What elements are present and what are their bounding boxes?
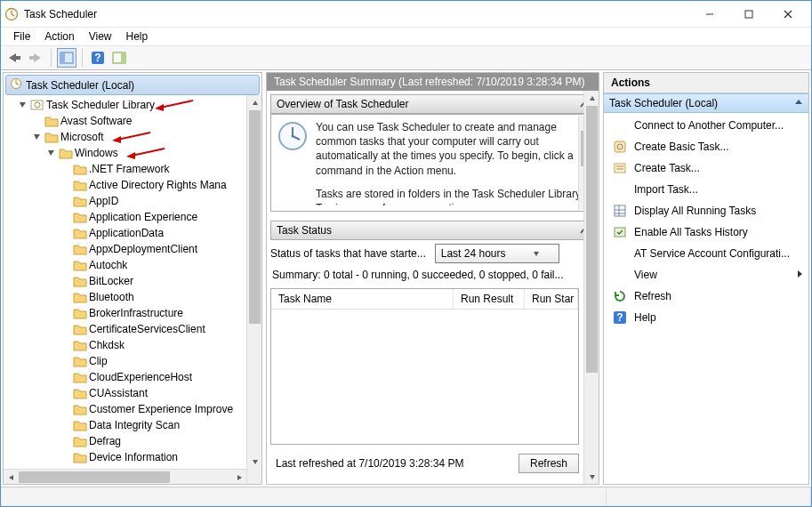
scroll-up-icon[interactable] [247,95,261,110]
overview-p2: Tasks are stored in folders in the Task … [316,187,589,205]
svg-rect-10 [60,52,65,63]
tree-node-label: Microsoft [60,131,104,143]
actions-list: Connect to Another Computer...Create Bas… [604,113,808,330]
status-period-combo[interactable]: Last 24 hours [435,244,559,263]
forward-button[interactable] [26,48,45,68]
menu-help[interactable]: Help [119,28,156,44]
action-item[interactable]: Display All Running Tasks [604,200,808,221]
tree-node-item[interactable]: Application Experience [60,209,246,225]
svg-rect-29 [615,164,625,173]
chevron-down-icon[interactable] [18,100,28,110]
tree-node-item[interactable]: CloudExperienceHost [60,369,246,385]
scroll-down-icon[interactable] [584,469,599,484]
tree-node-item[interactable]: Active Directory Rights Mana [60,177,246,193]
tree-body[interactable]: Task Scheduler Library Avast Software [4,95,261,484]
scroll-thumb[interactable] [249,110,261,324]
tree-node-item[interactable]: Chkdsk [60,337,246,353]
overview-group-header[interactable]: Overview of Task Scheduler [270,94,595,114]
menu-file[interactable]: File [6,28,37,44]
tree-node-item[interactable]: AppID [60,193,246,209]
menu-view[interactable]: View [82,28,119,44]
action-label: Create Basic Task... [634,141,729,153]
tree-node-avast[interactable]: Avast Software [32,113,246,129]
action-label: Connect to Another Computer... [634,119,784,132]
status-table[interactable]: Task Name Run Result Run Star [270,288,579,445]
actions-pane: Actions Task Scheduler (Local) Connect t… [603,72,809,485]
action-pane-button[interactable] [109,48,129,68]
action-item[interactable]: Connect to Another Computer... [604,115,808,136]
chevron-right-icon [796,269,803,281]
summary-pane: Task Scheduler Summary (Last refreshed: … [266,72,599,485]
tree-node-item[interactable]: CUAssistant [60,385,246,401]
maximize-button[interactable] [729,2,768,27]
tree-node-label: CUAssistant [89,387,148,399]
action-item[interactable]: View [604,264,808,286]
action-icon [613,161,627,175]
tree-node-item[interactable]: Customer Experience Improve [60,401,246,417]
col-task-name[interactable]: Task Name [271,289,454,309]
action-item[interactable]: Refresh [604,286,808,307]
scroll-up-icon[interactable] [584,91,599,106]
scope-pane-button[interactable] [57,48,76,68]
action-item[interactable]: ?Help [604,307,808,328]
window-buttons [690,2,808,27]
tree-node-label: Customer Experience Improve [89,403,233,415]
folder-icon [73,243,87,255]
toolbar-divider [51,49,52,67]
svg-rect-18 [31,101,43,109]
tree-node-item[interactable]: ApplicationData [60,225,246,241]
tree-node-microsoft[interactable]: Microsoft [32,129,246,145]
help-button[interactable]: ? [88,48,108,68]
action-item[interactable]: Import Task... [604,179,808,200]
scroll-left-icon[interactable] [4,470,19,484]
svg-line-21 [117,133,150,140]
back-button[interactable] [4,48,24,68]
tree-node-windows[interactable]: Windows [46,145,246,161]
chevron-up-icon [794,97,803,109]
tree-node-item[interactable]: Defrag [60,433,246,449]
tree-node-item[interactable]: Device Information [60,449,246,465]
vertical-scrollbar[interactable] [583,91,599,484]
tree-node-item[interactable]: CertificateServicesClient [60,321,246,337]
scroll-right-icon[interactable] [231,470,246,484]
action-label: Help [634,311,656,324]
tree-node-item[interactable]: Data Integrity Scan [60,417,246,433]
tree-node-item[interactable]: BitLocker [60,273,246,289]
folder-icon [59,147,73,159]
folder-icon [73,163,87,175]
vertical-scrollbar[interactable] [246,95,261,484]
tree-node-item[interactable]: Bluetooth [60,289,246,305]
action-item[interactable]: AT Service Account Configurati... [604,243,808,264]
tree-node-item[interactable]: AppxDeploymentClient [60,241,246,257]
tree-node-item[interactable]: BrokerInfrastructure [60,305,246,321]
client-area: Task Scheduler (Local) Task Scheduler Li… [1,70,811,487]
col-run-start[interactable]: Run Star [525,289,578,309]
action-item[interactable]: Create Basic Task... [604,136,808,157]
folder-icon [73,275,87,287]
action-label: Enable All Tasks History [634,226,748,238]
tree-node-item[interactable]: Autochk [60,257,246,273]
tree-node-item[interactable]: .NET Framework [60,161,246,177]
status-group-header[interactable]: Task Status [270,221,595,240]
tree-node-item[interactable]: Clip [60,353,246,369]
svg-text:?: ? [94,52,100,64]
scroll-thumb[interactable] [586,106,598,373]
scroll-thumb-h[interactable] [19,471,170,483]
scroll-down-icon[interactable] [247,454,261,469]
action-item[interactable]: Enable All Tasks History [604,221,808,243]
menu-action[interactable]: Action [37,28,81,44]
col-run-result[interactable]: Run Result [454,289,525,309]
action-item[interactable]: Create Task... [604,157,808,179]
close-button[interactable] [768,2,808,27]
minimize-button[interactable] [690,2,729,27]
actions-header: Actions [604,73,808,93]
tree-node-library[interactable]: Task Scheduler Library [18,97,246,113]
tree-header[interactable]: Task Scheduler (Local) [5,75,260,95]
overview-box: You can use Task Scheduler to create and… [270,114,595,212]
chevron-down-icon[interactable] [32,132,43,142]
refresh-button[interactable]: Refresh [519,454,579,473]
action-icon [613,140,627,154]
horizontal-scrollbar[interactable] [4,469,246,484]
actions-section-header[interactable]: Task Scheduler (Local) [604,93,808,113]
chevron-down-icon[interactable] [46,148,57,158]
